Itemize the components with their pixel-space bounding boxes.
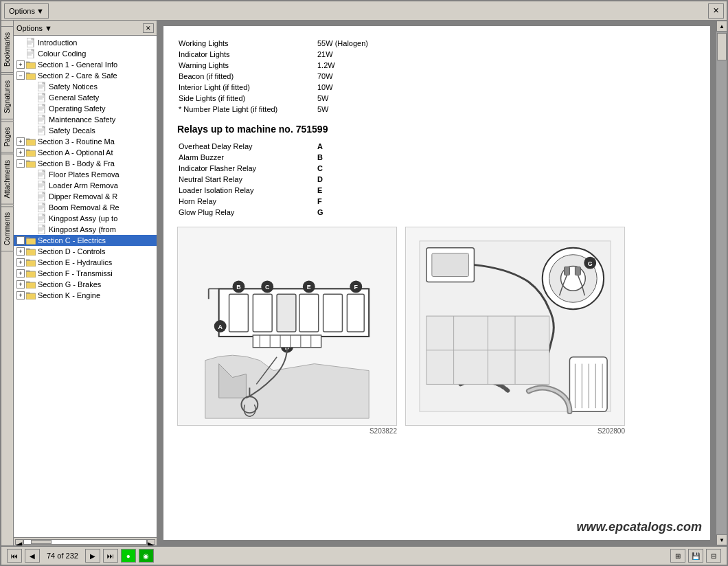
doc-icon [37,126,47,135]
relay-table: Overheat Delay RelayAAlarm BuzzerBIndica… [177,140,333,218]
bookmarks-tab[interactable]: Bookmarks [1,26,14,73]
tree-scrollbar[interactable]: ◀ ▶ [14,537,157,545]
pages-tab[interactable]: Pages [1,121,14,152]
scroll-right-btn[interactable]: ▶ [147,539,155,545]
tree-item-colour-coding[interactable]: Colour Coding [14,48,157,59]
comments-tab[interactable]: Comments [1,206,14,251]
doc-icon [37,225,47,234]
tree-item-sectionK[interactable]: + Section K - Engine [14,290,157,301]
tree-item-label: Safety Notices [49,82,98,91]
expand-icon[interactable]: + [16,247,25,256]
scroll-track[interactable] [716,32,727,534]
tree-item-floor-plates[interactable]: Floor Plates Remova [14,169,157,180]
relay-code: E [317,185,332,195]
tree-item-safety-notices[interactable]: Safety Notices [14,81,157,92]
scroll-thumb[interactable] [717,33,727,60]
tree-item-label: Maintenance Safety [49,115,115,124]
expand-icon[interactable]: + [16,258,25,267]
tree-panel: Options ▼ ✕ Introduction Colour Coding+ … [14,21,158,545]
tree-item-sectionD[interactable]: + Section D - Controls [14,246,157,257]
scroll-up-button[interactable]: ▲ [716,21,727,32]
tree-item-sectionG[interactable]: + Section G - Brakes [14,279,157,290]
tree-item-label: Section 2 - Care & Safe [38,71,117,80]
tree-item-section3[interactable]: + Section 3 - Routine Ma [14,136,157,147]
tree-item-boom-removal[interactable]: Boom Removal & Re [14,202,157,213]
diagram1-image: A B C D [177,227,397,426]
tree-item-kingpost-from[interactable]: Kingpost Assy (from [14,224,157,235]
relay-row: Neutral Start RelayD [179,174,332,184]
svg-rect-68 [299,294,319,332]
tree-item-kingpost-up[interactable]: Kingpost Assy (up to [14,213,157,224]
tree-item-label: Kingpost Assy (from [49,225,116,234]
tree-item-sectionB[interactable]: − Section B - Body & Fra [14,158,157,169]
grid-button[interactable]: ⊟ [706,549,721,563]
nav-next-button[interactable]: ▶ [85,549,100,563]
expand-icon[interactable]: + [16,60,25,69]
lighting-item: Beacon (if fitted) [179,71,316,81]
attachments-tab[interactable]: Attachments [1,154,14,205]
options-button[interactable]: Options ▼ [4,3,49,19]
doc-icon [37,170,47,179]
lighting-value: 70W [317,71,374,81]
relay-item: Indicator Flasher Relay [179,163,316,173]
tree-item-label: Section B - Body & Fra [38,159,115,168]
tree-item-operating-safety[interactable]: Operating Safety [14,103,157,114]
nav-first-button[interactable]: ⏮ [7,549,22,563]
svg-rect-67 [277,294,296,332]
relay-item: Glow Plug Relay [179,207,316,217]
svg-text:G: G [588,260,593,267]
nav-prev-button[interactable]: ◀ [25,549,40,563]
tree-close-button[interactable]: ✕ [143,23,154,33]
relay-code: B [317,152,332,162]
play-button[interactable]: ● [121,549,136,563]
expand-icon[interactable]: − [16,159,25,168]
folder-icon [26,258,36,267]
close-panel-button[interactable]: ✕ [708,3,724,19]
tree-item-label: Section F - Transmissi [38,269,113,278]
tree-item-dipper-removal[interactable]: Dipper Removal & R [14,191,157,202]
tree-item-section1[interactable]: + Section 1 - General Info [14,59,157,70]
step-button[interactable]: ◉ [139,549,154,563]
expand-icon[interactable]: + [16,269,25,278]
tree-item-sectionF[interactable]: + Section F - Transmissi [14,268,157,279]
save-button[interactable]: 💾 [688,549,703,563]
lighting-item: Interior Light (if fitted) [179,82,316,92]
tree-item-introduction[interactable]: Introduction [14,37,157,48]
tree-item-loader-arm[interactable]: Loader Arm Remova [14,180,157,191]
nav-last-button[interactable]: ⏭ [103,549,118,563]
expand-icon[interactable]: + [16,280,25,288]
expand-icon[interactable]: − [16,71,25,80]
expand-icon[interactable]: + [16,236,25,245]
svg-rect-66 [253,294,272,332]
expand-icon[interactable]: + [16,148,25,157]
lighting-row: Side Lights (if fitted)5W [179,93,374,103]
folder-icon [26,148,36,157]
tree-item-sectionC[interactable]: + Section C - Electrics [14,235,157,246]
tree-content[interactable]: Introduction Colour Coding+ Section 1 - … [14,36,157,537]
svg-rect-60 [26,271,36,278]
scroll-down-button[interactable]: ▼ [716,534,727,545]
relay-box-diagram: A B C D [178,227,396,425]
window-button[interactable]: ⊞ [670,549,685,563]
relay-row: Indicator Flasher RelayC [179,163,332,173]
lighting-row: Beacon (if fitted)70W [179,71,374,81]
doc-icon [26,49,36,58]
lighting-value: 5W [317,104,374,114]
tree-item-general-safety[interactable]: General Safety [14,92,157,103]
doc-wrapper: Working Lights55W (Halogen)Indicator Lig… [158,21,727,545]
doc-icon [37,203,47,212]
signatures-tab[interactable]: Signatures [1,74,14,120]
tree-item-safety-decals[interactable]: Safety Decals [14,125,157,136]
tree-scroll-track[interactable] [23,539,147,545]
tree-item-sectionE[interactable]: + Section E - Hydraulics [14,257,157,268]
tree-item-maintenance-safety[interactable]: Maintenance Safety [14,114,157,125]
expand-icon[interactable]: + [16,137,25,146]
svg-text:E: E [307,284,311,291]
tree-item-sectionA[interactable]: + Section A - Optional At [14,147,157,158]
scroll-left-btn[interactable]: ◀ [15,539,23,545]
expand-icon[interactable]: + [16,291,25,299]
tree-item-section2[interactable]: − Section 2 - Care & Safe [14,70,157,81]
tree-scroll-thumb[interactable] [31,540,52,544]
svg-rect-61 [26,282,36,288]
section-title: Relays up to machine no. 751599 [177,124,696,135]
